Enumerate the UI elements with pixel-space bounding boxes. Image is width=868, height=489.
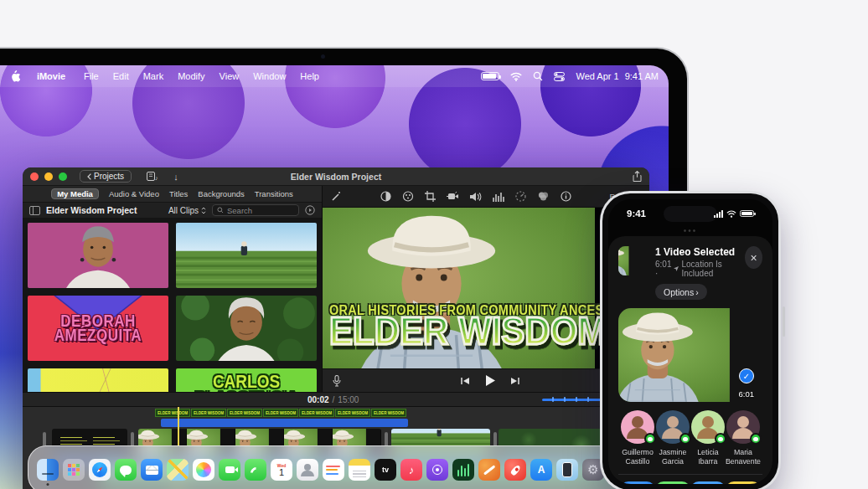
share-notes[interactable]: Notes [726,481,761,484]
dock-finder-icon[interactable] [37,459,59,481]
wifi-icon[interactable] [510,72,522,81]
messages-badge-icon [644,433,656,445]
tab-titles[interactable]: Titles [169,189,188,198]
svg-text:♪: ♪ [155,175,158,181]
enhance-wand-icon[interactable] [331,191,342,202]
divider [618,474,762,475]
tab-my-media[interactable]: My Media [51,188,99,199]
color-filters-icon[interactable] [537,191,550,202]
stabilization-camera-icon[interactable] [447,192,459,201]
media-import-icon[interactable]: ♪ [147,172,158,181]
dock-calendar-icon[interactable]: Wed 1 [271,459,292,481]
close-window-button[interactable] [30,172,39,181]
apple-menu-icon[interactable] [10,70,21,83]
messages-badge-icon [750,433,762,445]
title-card-deborah[interactable]: DEBORAH AMÉZQUITA [28,296,168,361]
menu-mark[interactable]: Mark [143,71,163,81]
airdrop-icon [620,481,655,484]
tab-transitions[interactable]: Transitions [255,189,293,198]
dock-facetime-icon[interactable] [219,459,240,481]
search-input[interactable]: Search [212,204,299,216]
dock-voice-memos-icon[interactable] [452,459,474,481]
dock-garageband-icon[interactable] [478,459,500,481]
contact-leticia[interactable]: LeticiaIbarra [690,410,726,466]
contact-maria[interactable]: MariaBenavente [726,410,761,466]
title-badge: ELDER WISDOM [191,409,226,417]
close-share-sheet-button[interactable]: × [745,246,762,269]
dock-safari-icon[interactable] [89,459,111,481]
share-airdrop[interactable]: AirDrop [620,481,655,484]
dock-maps-icon[interactable] [167,459,189,481]
clip-thumbnail-farm-field[interactable] [176,223,317,288]
sidebar-toggle-icon[interactable] [29,206,40,215]
menu-view[interactable]: View [220,71,240,81]
crop-icon[interactable] [425,191,436,202]
cellular-signal-icon [714,210,723,218]
dock-reminders-icon[interactable] [323,459,344,481]
dock-notes-icon[interactable] [349,459,370,481]
title-clip-badges[interactable]: ELDER WISDOM ELDER WISDOM ELDER WISDOM E… [155,409,406,417]
timecode-separator: / [333,395,335,404]
play-button[interactable] [485,375,495,386]
dimmed-more-button: ••• [684,226,698,235]
speed-gauge-icon[interactable] [515,191,526,202]
tab-backgrounds[interactable]: Backgrounds [198,189,244,198]
title-card-map[interactable]: UNITED STATES [28,368,168,392]
contact-guillermo[interactable]: GuillermoCastillo [620,410,655,466]
filter-play-icon[interactable] [305,205,315,215]
dock-tv-icon[interactable]: tv [375,459,396,481]
menu-help[interactable]: Help [300,71,319,81]
color-balance-icon[interactable] [380,191,391,202]
import-arrow-icon[interactable]: ↓ [173,172,178,182]
clips-filter-dropdown[interactable]: All Clips [168,206,206,215]
menu-bar-date[interactable]: Wed Apr 1 [576,71,618,81]
dock-contacts-icon[interactable] [297,459,318,481]
tab-audio-video[interactable]: Audio & Video [109,189,159,198]
clip-thumbnail-woman-portrait[interactable] [28,223,168,288]
selected-video-preview[interactable]: ✓ 6:01 [618,308,762,402]
menu-modify[interactable]: Modify [178,71,204,81]
menu-bar-time[interactable]: 9:41 AM [625,71,659,81]
contact-jasmine[interactable]: JasmineGarcia [655,410,690,466]
menu-file[interactable]: File [84,71,99,81]
browser-header: Elder Wisdom Project All Clips Search [23,203,322,219]
close-icon: × [751,251,757,265]
share-mail[interactable]: Mail [690,481,726,484]
options-button[interactable]: Options › [655,284,707,300]
menu-imovie[interactable]: iMovie [33,71,70,81]
back-to-projects-button[interactable]: Projects [80,170,132,183]
control-center-icon[interactable] [554,72,565,81]
title-clip-bar[interactable] [161,419,408,427]
dock-rocket-icon[interactable] [504,459,526,481]
color-correction-icon[interactable] [402,191,414,202]
share-icon[interactable] [633,171,642,182]
minimize-window-button[interactable] [44,172,53,181]
dock-podcasts-icon[interactable] [426,459,448,481]
menu-edit[interactable]: Edit [113,71,129,81]
next-frame-button[interactable] [510,377,520,385]
location-arrow-icon [674,265,679,272]
menu-window[interactable]: Window [253,71,286,81]
clip-thumbnail-woman-closeup[interactable] [176,296,317,361]
info-icon[interactable] [561,191,571,202]
timecode-current: 00:02 [307,395,329,404]
menu-bar: iMovie File Edit Mark Modify View Window… [0,65,669,87]
previous-frame-button[interactable] [460,377,470,385]
title-card-carlos[interactable]: CARLOS PLASCENCIA [176,368,317,392]
volume-icon[interactable] [470,192,482,202]
dock-app-store-icon[interactable]: A [530,459,552,481]
dock-music-icon[interactable]: ♪ [400,459,422,481]
dock-phone-icon[interactable] [245,459,266,481]
battery-icon[interactable] [481,72,499,80]
timeline-zoom-slider[interactable] [542,394,608,404]
noise-eq-icon[interactable] [493,192,504,202]
spotlight-search-icon[interactable] [533,71,543,81]
dock-messages-icon[interactable] [115,459,137,481]
dock-iphone-mirroring-icon[interactable] [556,459,578,481]
dock-photos-icon[interactable] [193,459,214,481]
voiceover-mic-icon[interactable] [333,375,341,387]
dock-mail-icon[interactable] [141,459,163,481]
zoom-window-button[interactable] [59,172,67,181]
dock-launchpad-icon[interactable] [63,459,85,481]
share-messages[interactable]: Messages [655,481,690,484]
